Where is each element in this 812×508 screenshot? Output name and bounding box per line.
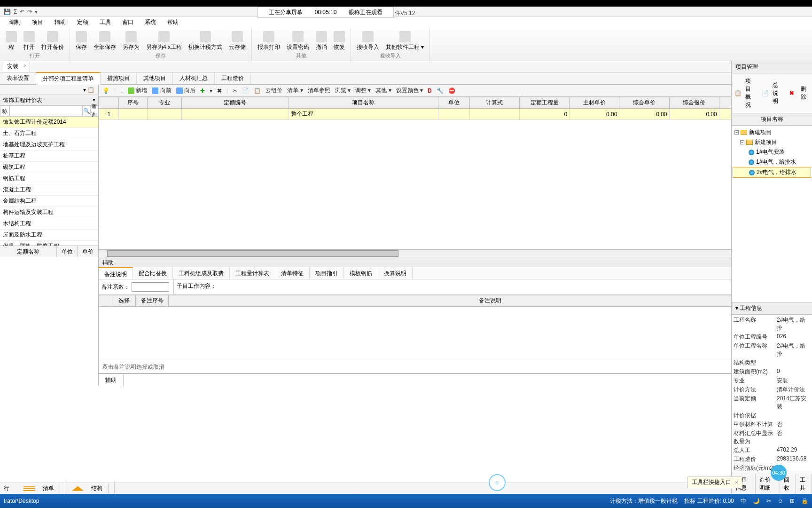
tab-measure-item[interactable]: 措施项目 bbox=[101, 72, 137, 84]
ribbon-save-all-button[interactable]: 全部保存 bbox=[92, 30, 118, 52]
ribbon-print-button[interactable]: 报表打印 bbox=[256, 30, 282, 52]
toolbar-browse[interactable]: 浏览 ▾ bbox=[335, 87, 351, 95]
ribbon-open-backup-button[interactable]: 打开备份 bbox=[39, 30, 66, 52]
ribbon-undo-button[interactable]: 撤消 bbox=[314, 30, 329, 52]
toolbar-prev[interactable]: 向前 bbox=[152, 87, 171, 95]
toolbar-list[interactable]: 清单 ▾ bbox=[287, 87, 303, 95]
ribbon-save-as-button[interactable]: 另存为 bbox=[121, 30, 141, 52]
toolbar-other[interactable]: 其他 ▾ bbox=[375, 87, 391, 95]
aux-tab-template-rebar[interactable]: 模板钢筋 bbox=[344, 267, 378, 279]
ribbon-save-button[interactable]: 保存 bbox=[74, 30, 89, 52]
cell-unitprice[interactable]: 0.00 bbox=[619, 109, 669, 120]
tree-node[interactable]: 地基处理及边坡支护工程 bbox=[0, 139, 98, 151]
tab-resource-summary[interactable]: 人材机汇总 bbox=[173, 72, 215, 84]
tree-node[interactable]: 砌筑工程 bbox=[0, 162, 98, 173]
project-tree-node[interactable]: 1#电气安装 bbox=[733, 147, 811, 157]
tree-node[interactable]: 构件运输及安装工程 bbox=[0, 207, 98, 218]
menu-system[interactable]: 系统 bbox=[145, 18, 156, 26]
ribbon-save-as-4x-button[interactable]: 另存为4.x工程 bbox=[144, 30, 184, 52]
toolbar-d-button[interactable]: D bbox=[428, 87, 432, 94]
toolbar-stop-icon[interactable]: ⛔ bbox=[448, 87, 455, 94]
menu-edit[interactable]: 编制 bbox=[9, 18, 21, 26]
project-tree-node[interactable]: −新建项目 bbox=[733, 137, 811, 147]
tree-node[interactable]: 金属结构工程 bbox=[0, 196, 98, 207]
expand-icon[interactable]: 📋 bbox=[87, 87, 94, 93]
aux-tab-mix-replace[interactable]: 配合比替换 bbox=[133, 267, 173, 279]
toolbar-delete-icon[interactable]: ✖ bbox=[217, 87, 222, 94]
toolbar-new[interactable]: 新增 bbox=[128, 87, 147, 95]
rp-tab-summary[interactable]: 📄 总说明 bbox=[759, 73, 784, 113]
tree-node[interactable]: 屋面及防水工程 bbox=[0, 230, 98, 241]
toolbar-next[interactable]: 向后 bbox=[176, 87, 195, 95]
scrollbar-thumb[interactable] bbox=[107, 250, 398, 257]
toolbar-extra-icon[interactable]: 🔧 bbox=[437, 87, 444, 94]
toolbar-dropdown-icon[interactable]: ▾ bbox=[210, 87, 212, 94]
tab-other-item[interactable]: 其他项目 bbox=[137, 72, 173, 84]
menu-assist[interactable]: 辅助 bbox=[55, 18, 66, 26]
qat-sum-icon[interactable]: Σ bbox=[14, 8, 17, 15]
float-clock[interactable]: 04:30 bbox=[771, 465, 787, 481]
project-tree-node-selected[interactable]: 2#电气，给排水 bbox=[733, 167, 811, 178]
tray-ime-icon[interactable]: 中 bbox=[741, 497, 746, 505]
toolbar-add-icon[interactable]: ✚ bbox=[200, 87, 205, 94]
menu-help[interactable]: 帮助 bbox=[167, 18, 179, 26]
horizontal-scrollbar[interactable] bbox=[99, 249, 812, 257]
query-button[interactable]: 查询 bbox=[91, 105, 98, 116]
remark-coef-input[interactable] bbox=[132, 282, 169, 292]
toolbar-set-color[interactable]: 设置颜色 ▾ bbox=[396, 87, 423, 95]
tree-node[interactable]: 土、石方工程 bbox=[0, 128, 98, 139]
main-grid[interactable]: 序号 专业 定额编号 项目名称 单位 计算式 定额工程量 主材单价 综合单价 综… bbox=[99, 97, 812, 249]
qat-undo-icon[interactable]: ↶ bbox=[20, 8, 24, 15]
cell-qty[interactable]: 0 bbox=[519, 109, 569, 120]
menu-window[interactable]: 窗口 bbox=[122, 18, 133, 26]
copy-icon[interactable]: 📄 bbox=[242, 87, 249, 94]
cell-item-name[interactable]: 整个工程 bbox=[289, 109, 438, 120]
aux-tab-conversion[interactable]: 换算说明 bbox=[378, 267, 413, 279]
toolbar-list-ref[interactable]: 清单参照 bbox=[308, 87, 330, 95]
rp-tab-delete[interactable]: ✖ 删除 bbox=[784, 73, 812, 113]
qat-save-icon[interactable]: 💾 bbox=[4, 8, 11, 15]
tree-node[interactable]: 钢筋工程 bbox=[0, 173, 98, 184]
support-bubble-icon[interactable]: ☺ bbox=[489, 474, 506, 491]
aux-footer-tab-assist[interactable]: 辅助 bbox=[99, 374, 124, 387]
tree-node[interactable]: 饰装饰工程计价定额2014 bbox=[0, 117, 98, 128]
tree-node[interactable]: 木结构工程 bbox=[0, 218, 98, 230]
qat-dropdown-icon[interactable]: ▾ bbox=[35, 8, 38, 15]
qat-redo-icon[interactable]: ↷ bbox=[27, 8, 32, 15]
tree-node[interactable]: 保温、隔热、防腐工程 bbox=[0, 241, 98, 246]
tray-moon-icon[interactable]: 🌙 bbox=[753, 498, 760, 504]
menu-quota[interactable]: 定额 bbox=[77, 18, 88, 26]
rp-btab-tool[interactable]: 工具 bbox=[796, 474, 812, 494]
ribbon-other-software-button[interactable]: 其他软件工程 ▾ bbox=[384, 30, 426, 52]
aux-grid[interactable]: 选择 备注序号 备注说明 bbox=[99, 295, 812, 361]
cell-quote[interactable]: 0.00 bbox=[669, 109, 719, 120]
tree-node[interactable]: 桩基工程 bbox=[0, 151, 98, 162]
ribbon-new-button[interactable]: 程 bbox=[4, 30, 19, 52]
bulb-icon[interactable]: 💡 bbox=[102, 87, 109, 94]
ribbon-import-button[interactable]: 接收导入 bbox=[355, 30, 381, 52]
toolbar-adjust[interactable]: 调整 ▾ bbox=[355, 87, 371, 95]
aux-tab-qty-calc[interactable]: 工程量计算表 bbox=[230, 267, 275, 279]
collapse-icon[interactable]: − bbox=[734, 130, 739, 135]
aux-tab-resource-fee[interactable]: 工料机组成及取费 bbox=[173, 267, 230, 279]
tab-subitem-list[interactable]: 分部分项工程量清单 bbox=[36, 72, 101, 85]
toolbar-cloud-group[interactable]: 云组价 bbox=[265, 87, 282, 95]
table-row[interactable]: 1 整个工程 0 0.00 0.00 0.00 0.00 0.00 bbox=[99, 109, 812, 120]
cell-matprice[interactable]: 0.00 bbox=[570, 109, 619, 120]
project-tree-node[interactable]: 1#电气，给排水 bbox=[733, 157, 811, 167]
menu-project[interactable]: 项目 bbox=[32, 18, 43, 26]
cut-icon[interactable]: ✂ bbox=[233, 87, 237, 94]
paste-icon[interactable]: 📋 bbox=[254, 87, 261, 94]
search-icon-button[interactable]: 🔍 bbox=[83, 105, 91, 116]
aux-tab-remark[interactable]: 备注说明 bbox=[99, 267, 133, 279]
ribbon-open-button[interactable]: 打开 bbox=[22, 30, 37, 52]
tree-node[interactable]: 混凝土工程 bbox=[0, 184, 98, 196]
toolbar-arrow-icon[interactable]: ↓ bbox=[120, 87, 123, 94]
tab-project-cost[interactable]: 工程造价 bbox=[215, 72, 251, 84]
close-icon[interactable]: × bbox=[23, 63, 27, 69]
ribbon-redo-button[interactable]: 恢复 bbox=[332, 30, 347, 52]
project-tree-node[interactable]: −新建项目 bbox=[733, 127, 811, 137]
search-input[interactable] bbox=[9, 105, 83, 116]
tooltip-close-icon[interactable]: × bbox=[735, 479, 738, 486]
aux-tab-item-guide[interactable]: 项目指引 bbox=[310, 267, 344, 279]
